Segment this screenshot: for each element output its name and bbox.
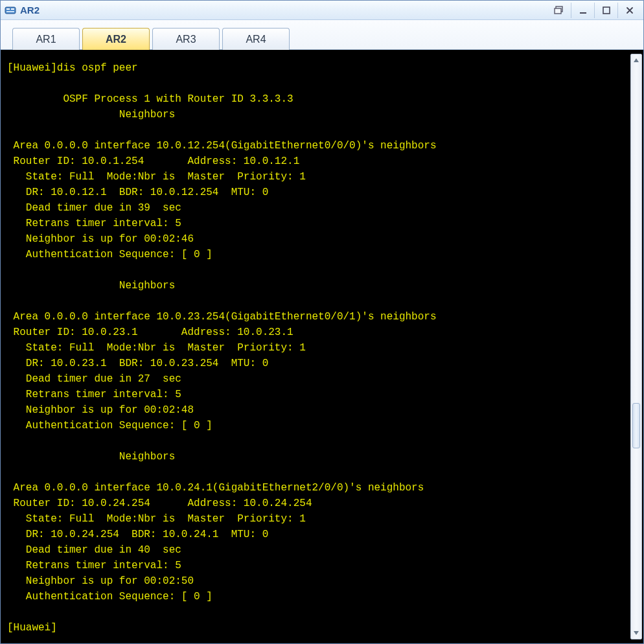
scroll-track[interactable] <box>631 66 641 627</box>
scroll-thumb[interactable] <box>632 403 640 448</box>
svg-rect-0 <box>5 7 16 14</box>
svg-rect-3 <box>6 11 14 12</box>
scroll-down-button[interactable] <box>631 627 641 639</box>
terminal-output[interactable]: [Huawei]dis ospf peer OSPF Process 1 wit… <box>7 60 639 639</box>
svg-rect-1 <box>6 8 10 10</box>
tab-label: AR2 <box>106 34 126 45</box>
tab-bar: AR1 AR2 AR3 AR4 <box>1 20 643 50</box>
tab-ar2[interactable]: AR2 <box>82 28 150 50</box>
tab-ar4[interactable]: AR4 <box>222 28 290 50</box>
scroll-up-button[interactable] <box>631 54 641 66</box>
app-icon <box>5 5 16 16</box>
window-buttons <box>547 3 641 18</box>
title-left: AR2 <box>5 5 547 16</box>
close-button[interactable] <box>617 3 641 18</box>
svg-rect-7 <box>603 7 610 14</box>
svg-rect-6 <box>580 12 586 14</box>
restore2-button[interactable] <box>547 3 571 18</box>
app-window: AR2 AR1 AR2 AR3 AR4 [Huawei]dis ospf pee… <box>0 0 644 644</box>
terminal-container: [Huawei]dis ospf peer OSPF Process 1 wit… <box>1 50 643 643</box>
titlebar[interactable]: AR2 <box>1 1 643 20</box>
scrollbar[interactable] <box>630 54 642 639</box>
minimize-button[interactable] <box>571 3 594 18</box>
tab-ar1[interactable]: AR1 <box>12 28 80 50</box>
maximize-button[interactable] <box>594 3 617 18</box>
tab-label: AR4 <box>246 34 266 45</box>
window-title: AR2 <box>20 5 40 16</box>
svg-rect-2 <box>11 8 14 10</box>
tab-label: AR1 <box>36 34 56 45</box>
tab-label: AR3 <box>176 34 196 45</box>
tab-ar3[interactable]: AR3 <box>152 28 220 50</box>
svg-rect-5 <box>555 8 561 14</box>
